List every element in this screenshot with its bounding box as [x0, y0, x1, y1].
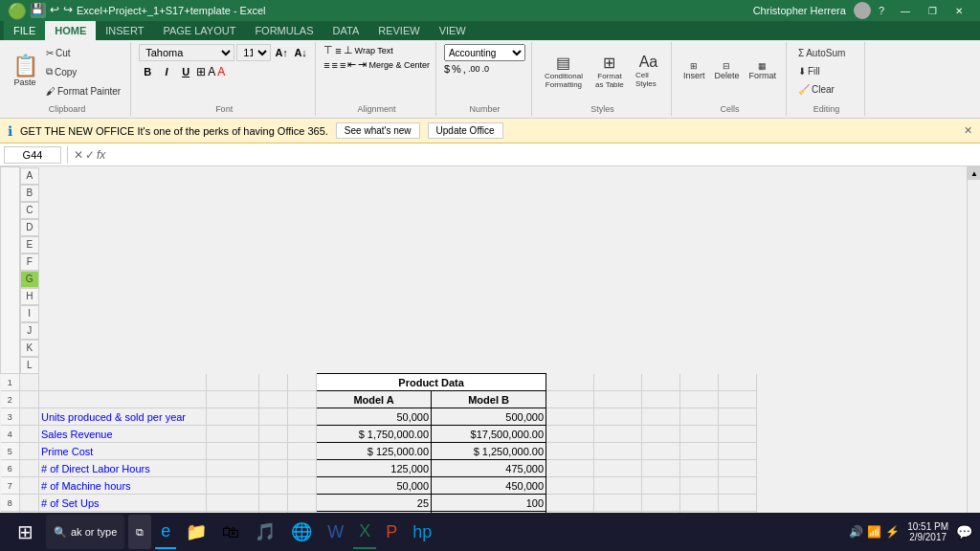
col-header-F[interactable]: F [20, 253, 39, 271]
col-header-G[interactable]: G [20, 271, 39, 288]
border-icon[interactable]: ⊞ [196, 65, 206, 78]
cell-B8[interactable]: # of Set Ups [39, 495, 207, 512]
cell-H7[interactable] [546, 477, 594, 495]
cell-I3[interactable] [594, 408, 642, 426]
cell-K2[interactable] [680, 391, 719, 408]
cell-K5[interactable] [680, 443, 719, 460]
conditional-formatting-button[interactable]: ▤ Conditional Formatting [540, 44, 588, 98]
italic-button[interactable]: I [158, 63, 175, 80]
redo-icon[interactable]: ↪ [63, 3, 73, 18]
cell-I2[interactable] [594, 391, 642, 408]
cell-E3[interactable] [288, 408, 317, 426]
cell-L4[interactable] [719, 426, 757, 443]
decrease-font-button[interactable]: A↓ [292, 44, 309, 61]
save-icon[interactable]: 💾 [31, 3, 46, 18]
font-color-icon[interactable]: A [217, 65, 225, 78]
tray-icon-3[interactable]: ⚡ [885, 525, 900, 539]
align-bottom-icon[interactable]: ⊥ [344, 44, 353, 56]
cell-A6[interactable] [20, 460, 39, 477]
indent-increase-icon[interactable]: ⇥ [358, 58, 367, 71]
cell-D6[interactable] [259, 460, 288, 477]
cell-C7[interactable] [207, 477, 259, 495]
autosum-button[interactable]: Σ AutoSum [794, 44, 849, 61]
close-button[interactable]: ✕ [946, 0, 972, 21]
cell-G2-model-b[interactable]: Model B [432, 391, 546, 408]
cell-D3[interactable] [259, 408, 288, 426]
cell-I7[interactable] [594, 477, 642, 495]
cell-H1[interactable] [546, 374, 594, 391]
fill-color-icon[interactable]: A [208, 65, 215, 78]
cell-J4[interactable] [642, 426, 680, 443]
cell-reference-input[interactable] [4, 146, 61, 164]
cell-K6[interactable] [680, 460, 719, 477]
cut-button[interactable]: ✂ Cut [42, 44, 124, 61]
cell-A3[interactable] [20, 408, 39, 426]
cell-I6[interactable] [594, 460, 642, 477]
tab-page-layout[interactable]: PAGE LAYOUT [153, 21, 245, 40]
taskbar-chrome-icon[interactable]: 🌐 [285, 515, 318, 549]
scroll-track-v[interactable] [968, 180, 980, 551]
cell-C5[interactable] [207, 443, 259, 460]
cell-H8[interactable] [546, 495, 594, 512]
cell-G4[interactable]: $17,500,000.00 [432, 426, 546, 443]
format-painter-button[interactable]: 🖌 Format Painter [42, 82, 124, 99]
cell-C6[interactable] [207, 460, 259, 477]
clock[interactable]: 10:51 PM 2/9/2017 [907, 521, 948, 542]
insert-button[interactable]: ⊞ Insert [679, 44, 709, 98]
cell-F4[interactable]: $ 1,750,000.00 [317, 426, 432, 443]
tab-view[interactable]: VIEW [430, 21, 476, 40]
cell-F7[interactable]: 50,000 [317, 477, 432, 495]
cell-E7[interactable] [288, 477, 317, 495]
cell-K1[interactable] [680, 374, 719, 391]
clear-button[interactable]: 🧹 Clear [794, 80, 838, 98]
taskbar-powerpoint-icon[interactable]: P [380, 515, 403, 549]
col-header-B[interactable]: B [20, 185, 39, 202]
cell-F5[interactable]: $ 125,000.00 [317, 443, 432, 460]
cell-B6[interactable]: # of Direct Labor Hours [39, 460, 207, 477]
align-center-icon[interactable]: ≡ [332, 59, 338, 71]
cell-E6[interactable] [288, 460, 317, 477]
font-name-select[interactable]: Tahoma [139, 44, 234, 61]
taskview-button[interactable]: ⧉ [128, 515, 151, 549]
col-header-C[interactable]: C [20, 202, 39, 219]
taskbar-store-icon[interactable]: 🛍 [216, 515, 245, 549]
help-icon[interactable]: ? [879, 5, 884, 16]
align-top-icon[interactable]: ⊤ [323, 44, 333, 56]
tab-file[interactable]: FILE [4, 21, 45, 40]
cell-H6[interactable] [546, 460, 594, 477]
col-header-D[interactable]: D [20, 219, 39, 236]
vertical-scrollbar[interactable]: ▲ ▼ [967, 166, 980, 551]
cell-K4[interactable] [680, 426, 719, 443]
accept-formula-icon[interactable]: ✓ [85, 148, 95, 162]
comma-icon[interactable]: , [463, 63, 466, 75]
taskbar-hp-icon[interactable]: hp [407, 515, 437, 549]
search-box[interactable]: 🔍 ak or type [46, 515, 124, 549]
tab-review[interactable]: REVIEW [368, 21, 429, 40]
cell-A7[interactable] [20, 477, 39, 495]
cell-I5[interactable] [594, 443, 642, 460]
cell-A1[interactable] [20, 374, 39, 391]
cell-G5[interactable]: $ 1,250,000.00 [432, 443, 546, 460]
cell-C1[interactable] [207, 374, 259, 391]
cell-H3[interactable] [546, 408, 594, 426]
cell-G7[interactable]: 450,000 [432, 477, 546, 495]
taskbar-excel-icon[interactable]: X [353, 515, 376, 549]
col-header-E[interactable]: E [20, 236, 39, 253]
align-left-icon[interactable]: ≡ [323, 59, 329, 71]
cancel-formula-icon[interactable]: ✕ [74, 148, 83, 162]
cell-C4[interactable] [207, 426, 259, 443]
cell-F2-model-a[interactable]: Model A [317, 391, 432, 408]
cell-B2[interactable] [39, 391, 207, 408]
tab-home[interactable]: HOME [45, 21, 96, 40]
bold-button[interactable]: B [139, 63, 156, 80]
cell-L1[interactable] [719, 374, 757, 391]
col-header-K[interactable]: K [20, 340, 39, 357]
cell-C8[interactable] [207, 495, 259, 512]
notification-close-button[interactable]: ✕ [964, 124, 972, 137]
cell-styles-button[interactable]: Aa Cell Styles [632, 44, 665, 98]
cell-B4[interactable]: Sales Revenue [39, 426, 207, 443]
taskbar-word-icon[interactable]: W [322, 515, 349, 549]
scroll-up-button[interactable]: ▲ [968, 166, 980, 180]
col-header-L[interactable]: L [20, 357, 39, 374]
insert-function-icon[interactable]: fx [97, 148, 105, 162]
